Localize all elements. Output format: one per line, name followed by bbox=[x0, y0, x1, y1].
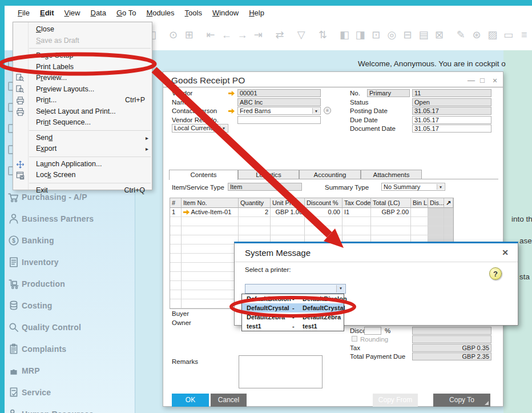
copy-to-button[interactable]: Copy To bbox=[433, 394, 490, 407]
help-icon[interactable]: ? bbox=[489, 267, 502, 280]
cell-total-lc[interactable]: GBP 2.00 bbox=[371, 208, 411, 217]
tab-accounting[interactable]: Accounting bbox=[299, 170, 361, 179]
cell-discount[interactable]: 0.00 bbox=[305, 208, 342, 217]
toolbar-add-form-icon[interactable]: ⊞ bbox=[182, 27, 196, 42]
maximize-icon[interactable]: □ bbox=[480, 76, 485, 85]
toolbar-journal-icon[interactable]: ▤ bbox=[417, 27, 430, 42]
toolbar-form-settings-icon[interactable]: ⊛ bbox=[470, 27, 483, 42]
cell-bin-l[interactable] bbox=[411, 208, 428, 217]
minimize-icon[interactable]: — bbox=[467, 76, 475, 85]
menu-item-export[interactable]: Export▸ bbox=[13, 143, 152, 155]
currency-selector[interactable]: Local Currency ▼ bbox=[172, 124, 228, 133]
toolbar-previous-record-icon[interactable]: ← bbox=[220, 27, 233, 42]
vendor-field[interactable]: 00001 bbox=[237, 89, 321, 97]
toolbar-edit-form-icon[interactable]: ▨ bbox=[486, 27, 499, 42]
cell-unit-price[interactable]: GBP 1.00 bbox=[271, 208, 305, 217]
menu-data[interactable]: Data bbox=[85, 7, 111, 18]
toolbar-first-record-icon[interactable]: ⇤ bbox=[204, 27, 217, 42]
cell-dis[interactable] bbox=[428, 208, 444, 217]
choose-from-list-icon[interactable]: ≡ bbox=[324, 107, 331, 114]
menu-item-print-labels[interactable]: Print Labels bbox=[13, 62, 152, 73]
toolbar-next-record-icon[interactable]: → bbox=[236, 27, 249, 42]
sidebar-item-business-partners[interactable]: Business Partners bbox=[5, 213, 135, 227]
menu-window[interactable]: Window bbox=[207, 7, 244, 18]
toolbar-edit-icon[interactable]: ✎ bbox=[454, 27, 467, 42]
menu-item-print[interactable]: Print...Ctrl+P bbox=[13, 95, 152, 106]
printer-combobox[interactable]: ▼ bbox=[245, 284, 346, 294]
toolbar-payment-means-icon[interactable]: ◧ bbox=[337, 27, 351, 42]
tab-attachments[interactable]: Attachments bbox=[361, 170, 422, 179]
link-arrow-icon[interactable] bbox=[228, 109, 235, 114]
link-arrow-icon[interactable] bbox=[228, 91, 235, 96]
cell-tax-code[interactable]: I1 bbox=[342, 208, 371, 217]
discount-field[interactable] bbox=[364, 327, 381, 335]
remarks-textarea[interactable] bbox=[239, 355, 323, 388]
sidebar-item-inventory[interactable]: Inventory bbox=[5, 256, 135, 270]
printer-option-defaultzebra[interactable]: DefaultZebra-DefaultZebra bbox=[242, 312, 344, 322]
document-date-field[interactable]: 31.05.17 bbox=[412, 125, 491, 133]
printer-option-defaultcrystal[interactable]: DefaultCrystal-DefaultCrystal bbox=[242, 303, 344, 312]
toolbar-cash-report-icon[interactable]: ◎ bbox=[385, 27, 399, 42]
menu-item-preview[interactable]: Preview... bbox=[13, 73, 152, 84]
sidebar-item-mrp[interactable]: MRP bbox=[5, 365, 135, 379]
link-arrow-icon[interactable] bbox=[183, 210, 190, 215]
summary-type-selector[interactable]: No Summary ▼ bbox=[381, 183, 445, 191]
name-field[interactable]: ABC Inc bbox=[237, 98, 321, 106]
close-icon[interactable]: × bbox=[493, 76, 497, 85]
menu-item-page-setup[interactable]: Page Setup bbox=[13, 50, 152, 62]
printer-option-test1[interactable]: test1-test1 bbox=[242, 322, 344, 331]
doc-number-field[interactable]: 11 bbox=[412, 89, 491, 97]
sidebar-item-costing[interactable]: Costing bbox=[5, 300, 135, 314]
toolbar-payment-run-icon[interactable]: ⊡ bbox=[369, 27, 383, 42]
cell-quantity[interactable]: 2 bbox=[239, 208, 271, 217]
toolbar-balance-icon[interactable]: ⊟ bbox=[401, 27, 414, 42]
sidebar-item-banking[interactable]: $Banking bbox=[5, 235, 135, 248]
toolbar-chat-icon[interactable]: ≡ bbox=[517, 27, 531, 42]
menu-item-send[interactable]: Send▸ bbox=[13, 133, 152, 144]
status-field[interactable]: Open bbox=[412, 98, 491, 106]
menu-help[interactable]: Help bbox=[244, 7, 269, 18]
menu-item-launch-application[interactable]: Launch Application... bbox=[13, 159, 152, 170]
close-icon[interactable]: ✕ bbox=[502, 248, 509, 257]
menu-item-preview-layouts[interactable]: Preview Layouts... bbox=[13, 84, 152, 95]
series-field[interactable]: Primary bbox=[367, 89, 410, 97]
menu-tools[interactable]: Tools bbox=[180, 7, 207, 18]
cancel-button[interactable]: Cancel bbox=[211, 394, 247, 407]
menu-edit[interactable]: Edit bbox=[35, 7, 59, 18]
contact-person-field[interactable]: Fred Barns▼ bbox=[237, 107, 321, 115]
menu-go-to[interactable]: Go To bbox=[111, 7, 141, 18]
sidebar-item-human-resources[interactable]: Human Resources bbox=[5, 408, 135, 413]
item-service-type-field[interactable]: Item bbox=[228, 183, 302, 191]
menu-item-save-as-draft[interactable]: Save as Draft bbox=[13, 35, 152, 47]
menu-item-close[interactable]: Close bbox=[13, 24, 152, 35]
menu-item-select-layout-and-print[interactable]: Select Layout and Print... bbox=[13, 106, 152, 118]
due-date-field[interactable]: 31.05.17 bbox=[412, 116, 491, 124]
cell-item-no[interactable]: Active-Item-01 bbox=[182, 208, 239, 217]
tab-contents[interactable]: Contents bbox=[169, 170, 238, 180]
toolbar-message-icon[interactable]: ▭ bbox=[502, 27, 515, 42]
toolbar-sort-icon[interactable]: ⇅ bbox=[316, 27, 330, 42]
menu-view[interactable]: View bbox=[59, 7, 86, 18]
menu-file[interactable]: File bbox=[13, 7, 35, 18]
menu-modules[interactable]: Modules bbox=[141, 7, 179, 18]
vendor-ref-no-field[interactable] bbox=[237, 116, 321, 124]
toolbar-document-find-icon[interactable]: ⊠ bbox=[433, 27, 446, 42]
ok-button[interactable]: OK bbox=[172, 394, 209, 407]
toolbar-filter-icon[interactable]: ▽ bbox=[295, 27, 308, 42]
toolbar-last-record-icon[interactable]: ⇥ bbox=[251, 27, 265, 42]
cell-[interactable]: 1 bbox=[170, 208, 182, 217]
sidebar-item-production[interactable]: Production bbox=[5, 278, 135, 292]
sidebar-item-quality-control[interactable]: Quality Control bbox=[5, 322, 135, 335]
sidebar-item-complaints[interactable]: Complaints bbox=[5, 343, 135, 357]
toolbar-find-icon[interactable]: ⊙ bbox=[167, 27, 180, 42]
menu-item-print-sequence[interactable]: Print Sequence... bbox=[13, 117, 152, 129]
menu-item-lock-screen[interactable]: Lock Screen bbox=[13, 170, 152, 181]
sidebar-item-service[interactable]: Service bbox=[5, 387, 135, 400]
table-row[interactable]: 1 Active-Item-012GBP 1.000.00I1GBP 2.00 bbox=[170, 208, 453, 217]
rounding-checkbox[interactable] bbox=[352, 336, 357, 342]
posting-date-field[interactable]: 31.05.17 bbox=[412, 107, 491, 115]
tab-logistics[interactable]: Logistics bbox=[238, 170, 299, 179]
toolbar-refresh-icon[interactable]: ⇄ bbox=[273, 27, 287, 42]
printer-option-defaultbixolon[interactable]: DefaultBixolon-DefaultBixolon bbox=[242, 294, 344, 303]
toolbar-payment-wizard-icon[interactable]: ◨ bbox=[353, 27, 367, 42]
